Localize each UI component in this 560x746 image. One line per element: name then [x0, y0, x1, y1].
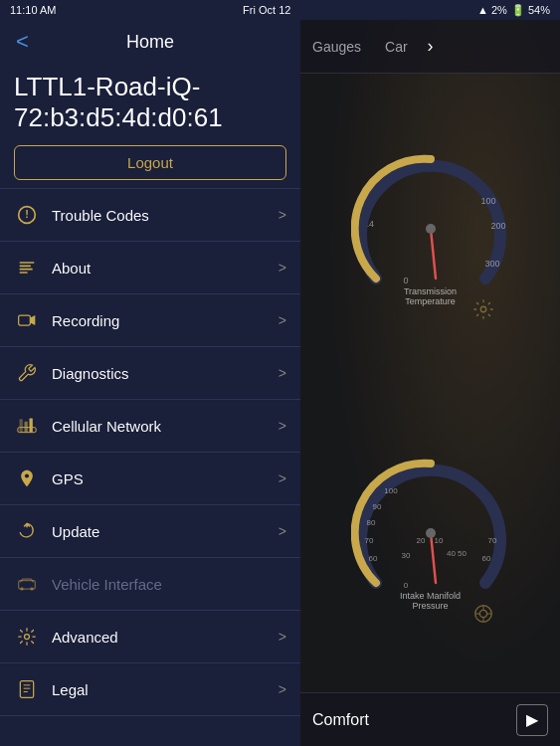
svg-rect-6	[19, 315, 31, 325]
right-bottom-bar: Comfort ▶	[300, 692, 560, 746]
menu-item-gps[interactable]: GPS >	[0, 453, 300, 505]
next-tab-arrow[interactable]: ›	[420, 36, 442, 57]
svg-text:10: 10	[434, 536, 443, 545]
gauge1-label: TransmissionTemperature	[404, 286, 457, 306]
svg-text:300: 300	[484, 259, 499, 269]
svg-text:100: 100	[384, 486, 398, 495]
header: < Home	[0, 20, 300, 64]
svg-text:!: !	[25, 209, 29, 221]
chevron-icon: >	[279, 470, 286, 486]
gauges-area: 14 16 18 100 200 30	[300, 74, 560, 692]
cellular-icon	[14, 413, 40, 439]
list-icon	[14, 255, 40, 280]
menu-item-about[interactable]: About >	[0, 242, 300, 294]
svg-text:80: 80	[366, 518, 375, 527]
advanced-icon	[14, 624, 40, 650]
svg-text:90: 90	[372, 502, 381, 511]
left-panel: < Home LTTL1-Road-iQ-72:b3:d5:4d:d0:61 L…	[0, 20, 300, 746]
battery-icon: 🔋 54%	[511, 4, 550, 17]
svg-rect-8	[20, 420, 23, 433]
legal-icon	[14, 676, 40, 702]
status-date: Fri Oct 12	[243, 4, 290, 16]
svg-text:60: 60	[368, 554, 377, 563]
svg-text:60: 60	[481, 554, 490, 563]
chevron-icon: >	[279, 260, 286, 276]
chevron-icon: >	[279, 629, 286, 645]
trouble-codes-label: Trouble Codes	[52, 207, 279, 224]
svg-rect-17	[20, 681, 33, 698]
svg-text:70: 70	[487, 536, 496, 545]
svg-point-43	[426, 528, 436, 538]
svg-point-46	[479, 610, 486, 617]
svg-text:20: 20	[416, 536, 425, 545]
svg-text:100: 100	[480, 196, 495, 206]
main-container: < Home LTTL1-Road-iQ-72:b3:d5:4d:d0:61 L…	[0, 20, 560, 746]
recording-label: Recording	[52, 312, 279, 329]
bottom-mode-label: Comfort	[312, 711, 369, 729]
svg-text:0: 0	[403, 276, 408, 285]
tab-car[interactable]: Car	[373, 20, 420, 73]
tab-gauges[interactable]: Gauges	[300, 20, 373, 73]
recording-icon	[14, 307, 40, 333]
menu-item-diagnostics[interactable]: Diagnostics >	[0, 347, 300, 400]
menu-item-legal[interactable]: Legal >	[0, 663, 300, 716]
about-label: About	[52, 260, 279, 277]
svg-rect-2	[20, 263, 35, 265]
gauge-transmission-temp: 14 16 18 100 200 30	[310, 84, 550, 378]
cellular-network-label: Cellular Network	[52, 418, 279, 435]
device-id: LTTL1-Road-iQ-72:b3:d5:4d:d0:61	[0, 64, 300, 145]
svg-point-25	[426, 224, 436, 234]
wrench-icon	[14, 360, 40, 386]
menu-item-advanced[interactable]: Advanced >	[0, 611, 300, 663]
menu-list: ! Trouble Codes > About >	[0, 189, 300, 746]
menu-item-recording[interactable]: Recording >	[0, 294, 300, 347]
wifi-icon: ▲ 2%	[477, 4, 507, 16]
diagnostics-label: Diagnostics	[52, 365, 279, 382]
vehicle-interface-label: Vehicle Interface	[52, 576, 286, 593]
advanced-label: Advanced	[52, 629, 279, 646]
chevron-icon: >	[279, 207, 286, 223]
svg-text:70: 70	[364, 536, 373, 545]
menu-item-update[interactable]: Update >	[0, 505, 300, 558]
page-title: Home	[126, 32, 174, 53]
svg-line-24	[431, 229, 436, 279]
gauge-svg-1: 14 16 18 100 200 30	[351, 149, 510, 308]
right-top-bar: Gauges Car ›	[300, 20, 560, 74]
play-button[interactable]: ▶	[516, 704, 548, 736]
chevron-icon: >	[279, 523, 286, 539]
legal-label: Legal	[52, 681, 279, 698]
svg-rect-10	[30, 419, 33, 433]
right-panel: Gauges Car › 14 16 18	[300, 20, 560, 746]
svg-text:30: 30	[401, 551, 410, 560]
chevron-icon: >	[279, 418, 286, 434]
gear-icon	[472, 298, 494, 324]
gps-label: GPS	[52, 470, 279, 487]
chevron-icon: >	[279, 365, 286, 381]
menu-item-trouble-codes[interactable]: ! Trouble Codes >	[0, 189, 300, 242]
menu-item-vehicle-interface: Vehicle Interface	[0, 558, 300, 611]
status-icons: ▲ 2% 🔋 54%	[477, 4, 550, 17]
svg-text:0: 0	[403, 581, 408, 590]
back-button[interactable]: <	[16, 29, 29, 55]
update-label: Update	[52, 523, 279, 540]
warning-icon: !	[14, 202, 40, 228]
chevron-icon: >	[279, 312, 286, 328]
logout-button[interactable]: Logout	[14, 145, 286, 180]
svg-rect-3	[20, 266, 32, 268]
gauge2-label: Intake ManifoldPressure	[400, 591, 461, 611]
wheel-icon	[472, 603, 494, 629]
menu-item-cellular-network[interactable]: Cellular Network >	[0, 400, 300, 453]
svg-point-12	[25, 474, 29, 478]
vehicle-icon	[14, 571, 40, 597]
svg-marker-7	[30, 315, 35, 325]
svg-point-30	[480, 306, 486, 312]
svg-point-16	[25, 635, 30, 640]
svg-text:40 50: 40 50	[446, 549, 467, 558]
status-time: 11:10 AM	[10, 4, 56, 16]
gauge-intake-manifold: 60 70 80 90 100 60 70 30 20 10 40 50	[310, 388, 550, 682]
svg-rect-5	[20, 273, 28, 275]
svg-text:200: 200	[490, 221, 505, 231]
gauge-svg-2: 60 70 80 90 100 60 70 30 20 10 40 50	[351, 454, 510, 613]
update-icon	[14, 518, 40, 544]
svg-point-15	[30, 588, 33, 591]
